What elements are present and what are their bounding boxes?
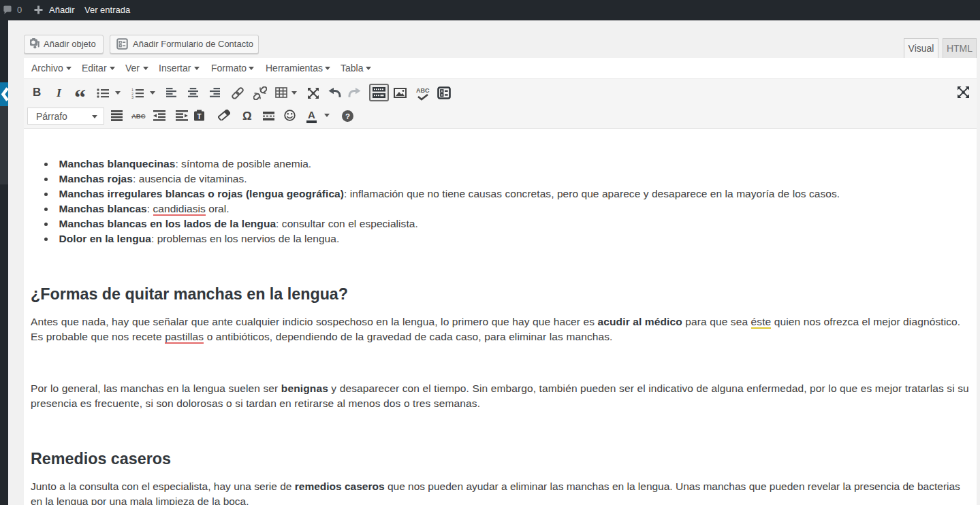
svg-text:?: ? xyxy=(345,112,350,120)
svg-text:T: T xyxy=(197,113,201,120)
svg-text:3: 3 xyxy=(131,95,133,99)
